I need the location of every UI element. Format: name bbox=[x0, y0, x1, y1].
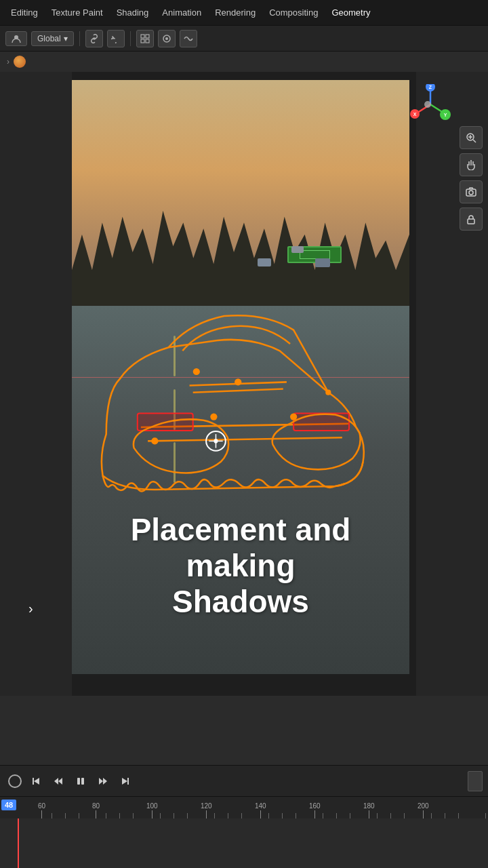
svg-point-6 bbox=[165, 37, 168, 40]
svg-line-30 bbox=[473, 140, 476, 142]
current-frame-badge: 48 bbox=[1, 800, 16, 810]
global-label: Global bbox=[37, 34, 61, 43]
ruler-tick-60: 60 bbox=[38, 802, 45, 818]
grid-icon-btn[interactable] bbox=[136, 30, 154, 47]
ruler-minor-tick bbox=[390, 813, 391, 818]
svg-point-14 bbox=[325, 390, 331, 395]
svg-point-12 bbox=[235, 378, 241, 385]
timeline-ruler: 48 6080100120140160180200 bbox=[0, 797, 488, 818]
step-back-button[interactable] bbox=[50, 774, 65, 789]
menu-animation[interactable]: Animation bbox=[157, 5, 207, 20]
menu-compositing[interactable]: Compositing bbox=[264, 5, 323, 20]
timeline-right-control[interactable] bbox=[468, 771, 483, 791]
pan-button[interactable] bbox=[460, 153, 483, 176]
ruler-minor-tick bbox=[133, 813, 134, 818]
ruler-minor-tick bbox=[241, 813, 242, 818]
menu-texture-paint[interactable]: Texture Paint bbox=[46, 5, 108, 20]
camera-button[interactable] bbox=[460, 180, 483, 203]
timeline-panel: 48 6080100120140160180200 bbox=[0, 765, 488, 868]
viewport-area[interactable]: Placement and making Shadows Z X Y bbox=[0, 72, 488, 696]
svg-point-28 bbox=[424, 101, 431, 108]
axis-widget[interactable]: Z X Y bbox=[410, 84, 451, 125]
svg-rect-40 bbox=[77, 778, 80, 785]
ruler-minor-tick bbox=[65, 813, 66, 818]
svg-marker-37 bbox=[34, 778, 39, 785]
ruler-minor-tick bbox=[350, 813, 350, 818]
left-panel bbox=[0, 72, 72, 696]
menu-shading[interactable]: Shading bbox=[111, 5, 155, 20]
svg-point-34 bbox=[469, 191, 473, 195]
jump-start-button[interactable] bbox=[28, 774, 43, 789]
svg-rect-1 bbox=[141, 35, 144, 38]
ruler-minor-tick bbox=[323, 813, 323, 818]
ruler-tick-180: 180 bbox=[363, 802, 375, 818]
breadcrumb-arrow: › bbox=[7, 57, 9, 66]
toolbar-separator-2 bbox=[130, 31, 131, 46]
ruler-minor-tick bbox=[160, 813, 161, 818]
ruler-minor-tick bbox=[377, 813, 378, 818]
svg-rect-2 bbox=[146, 35, 149, 38]
toolbar: Global ▾ bbox=[0, 26, 488, 52]
ruler-minor-tick bbox=[336, 813, 337, 818]
zoom-in-button[interactable] bbox=[460, 126, 483, 149]
svg-point-9 bbox=[151, 437, 158, 444]
ruler-minor-tick bbox=[485, 813, 486, 818]
ruler-minor-tick bbox=[268, 813, 269, 818]
svg-rect-3 bbox=[141, 39, 144, 43]
jump-end-button[interactable] bbox=[118, 774, 133, 789]
dropdown-arrow-icon: ▾ bbox=[64, 34, 68, 43]
lock-button[interactable] bbox=[460, 208, 483, 231]
svg-point-11 bbox=[290, 413, 297, 420]
svg-rect-4 bbox=[146, 39, 149, 43]
svg-text:Y: Y bbox=[444, 113, 447, 117]
svg-text:Z: Z bbox=[429, 85, 432, 90]
user-icon-btn[interactable] bbox=[5, 31, 27, 46]
ruler-minor-tick bbox=[106, 813, 106, 818]
overlay-text: Placement and making Shadows bbox=[72, 512, 409, 620]
timeline-content[interactable] bbox=[0, 818, 488, 868]
ruler-minor-tick bbox=[458, 813, 459, 818]
pause-button[interactable] bbox=[72, 776, 89, 786]
record-button[interactable] bbox=[8, 774, 22, 788]
ruler-tick-120: 120 bbox=[201, 802, 212, 818]
ruler-minor-tick bbox=[431, 813, 432, 818]
svg-marker-45 bbox=[127, 778, 129, 785]
axis-gizmo-svg: Z X Y bbox=[410, 84, 451, 125]
undo-icon-btn[interactable] bbox=[107, 30, 125, 47]
svg-point-13 bbox=[193, 368, 200, 375]
global-dropdown[interactable]: Global ▾ bbox=[31, 31, 74, 46]
toolbar-separator-1 bbox=[79, 31, 80, 46]
ruler-tick-200: 200 bbox=[418, 802, 429, 818]
menu-geometry[interactable]: Geometry bbox=[326, 5, 375, 20]
ruler-minor-tick bbox=[282, 813, 283, 818]
svg-marker-44 bbox=[122, 778, 127, 785]
curve-icon-btn[interactable] bbox=[180, 30, 197, 47]
ruler-minor-tick bbox=[228, 813, 228, 818]
viewport-canvas[interactable]: Placement and making Shadows bbox=[72, 80, 409, 674]
timeline-controls bbox=[0, 766, 488, 797]
ruler-minor-tick bbox=[296, 813, 296, 818]
svg-marker-39 bbox=[58, 778, 62, 785]
svg-marker-36 bbox=[33, 778, 34, 785]
overlay-icon-btn[interactable] bbox=[158, 30, 176, 47]
menu-rendering[interactable]: Rendering bbox=[209, 5, 261, 20]
ruler-tick-100: 100 bbox=[146, 802, 158, 818]
svg-rect-35 bbox=[468, 219, 474, 224]
ruler-minor-tick bbox=[119, 813, 120, 818]
svg-point-10 bbox=[210, 413, 217, 420]
ruler-tick-140: 140 bbox=[255, 802, 266, 818]
svg-marker-42 bbox=[99, 778, 103, 785]
ruler-minor-tick bbox=[52, 813, 52, 818]
car-wireframe-overlay bbox=[85, 236, 377, 507]
top-menu-bar: Editing Texture Paint Shading Animation … bbox=[0, 0, 488, 26]
side-toolbar bbox=[460, 126, 483, 231]
overlay-title-line2: Shadows bbox=[85, 584, 396, 620]
ruler-minor-tick bbox=[404, 813, 405, 818]
svg-rect-41 bbox=[81, 778, 84, 785]
ruler-minor-tick bbox=[214, 813, 215, 818]
step-forward-button[interactable] bbox=[96, 774, 111, 789]
playhead bbox=[18, 818, 19, 868]
ruler-minor-tick bbox=[174, 813, 174, 818]
menu-editing[interactable]: Editing bbox=[5, 5, 43, 20]
link-icon-btn[interactable] bbox=[85, 30, 103, 47]
